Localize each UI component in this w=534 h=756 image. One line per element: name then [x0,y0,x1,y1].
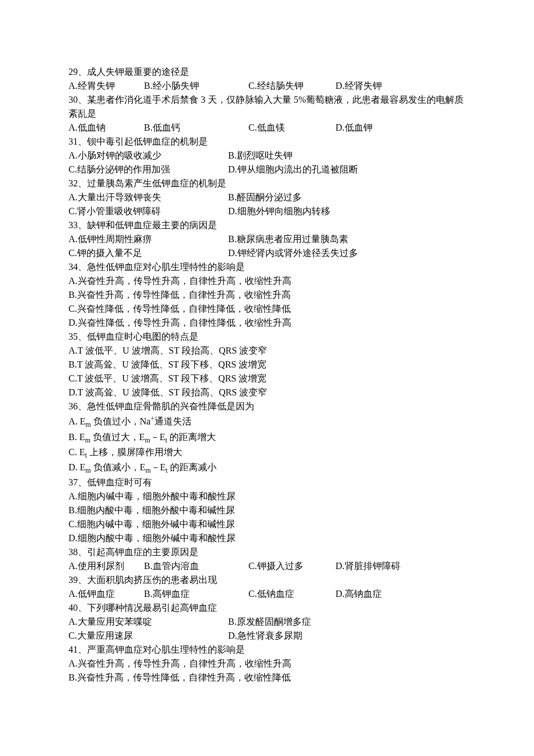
option-label: B [228,150,234,160]
question-option-row: A.大量出汗导致钾丧失B.醛固酮分泌过多 [68,190,466,204]
option: A.低钾血症 [68,587,144,601]
option-text: 钾的摄入量不足 [77,248,142,258]
question-stem: 38、引起高钾血症的主要原因是 [68,545,466,559]
option: C.钾的摄入量不足 [68,246,228,260]
option-text: T 波高耸、U 波降低、ST 段抬高、QRS 波变窄 [78,387,268,397]
option-text: 急性肾衰多尿期 [237,631,302,640]
option-label: C [68,447,75,457]
option-label: C [68,304,75,314]
question-option-row: C.肾小管重吸收钾障碍D.细胞外钾向细胞内转移 [68,204,466,218]
option-label: B [144,123,150,132]
option-label: C [248,123,255,132]
option-label: C [68,373,75,383]
question-option-row: C.结肠分泌钾的作用加强D.钾从细胞内流出的孔道被阻断 [68,163,466,177]
option-text: 兴奋性升高，传导性升高，自律性升高，收缩性升高 [78,658,291,668]
option-label: A [68,491,75,501]
option-text: 经结肠失钾 [257,81,304,91]
option-text: 钾从细胞内流出的孔道被阻断 [237,164,358,174]
option: C.钾摄入过多 [248,559,335,573]
question-option-row: A.小肠对钾的吸收减少B.剧烈呕吐失钾 [68,149,466,163]
option-label: D [228,248,235,258]
option-text: 细胞内酸中毒，细胞外碱中毒和酸性尿 [78,533,236,543]
option-text: Et 上移，膜屏障作用增大 [77,447,182,457]
option-text: T 波低平、U 波增高、ST 段抬高、QRS 波变窄 [78,345,268,355]
question-stem: 37、低钾血症时可有 [68,476,466,489]
document-page: 29、成人失钾最重要的途径是A.经胃失钾B.经小肠失钾C.经结肠失钾D.经肾失钾… [0,0,534,756]
option-label: B [144,589,150,599]
option-text: T 波低平、U 波增高、ST 段下移、QRS 波增宽 [77,373,267,383]
option-text: 钾经肾内或肾外途径丢失过多 [237,248,358,258]
option: C.低钠血症 [248,587,335,601]
option-text: 大量应用速尿 [77,631,133,640]
option: A.兴奋性升高，传导性升高，自律性升高，收缩性升高 [68,657,466,671]
option: B.醛固酮分泌过多 [228,190,344,204]
option: B.血管内溶血 [144,559,248,573]
question-text: 急性低钾血症对心肌生理特性的影响是 [87,262,245,272]
option-text: 原发醛固酮增多症 [237,617,311,627]
option: A.细胞内碱中毒，细胞外酸中毒和酸性尿 [68,489,466,503]
option-text: 大量出汗导致钾丧失 [78,192,161,202]
question-text: 钡中毒引起低钾血症的机制是 [87,136,208,146]
option-label: C [248,81,255,91]
question-option-row: A.大量应用安苯喋啶B.原发醛固酮增多症 [68,615,466,629]
option: A.低钾性周期性麻痹 [68,232,228,246]
question-text: 引起高钾血症的主要原因是 [87,547,199,557]
option-label: A [68,345,75,355]
option: D.经肾失钾 [335,79,423,93]
option-text: 血管内溶血 [153,561,199,571]
option-label: B [144,561,150,571]
option-text: 细胞内酸中毒，细胞外酸中毒和碱性尿 [77,505,235,515]
option-label: D [68,462,75,472]
option-text: 高钾血症 [153,589,190,599]
option-label: A [68,81,75,91]
option-label: A [68,234,75,244]
option-label: C [68,248,75,258]
option-text: 低血钙 [153,123,181,132]
question-stem: 40、下列哪种情况最易引起高钾血症 [68,601,466,615]
option-text: 兴奋性升高，传导性降低，自律性升高，收缩性升高 [77,290,291,300]
question-number: 32 [68,178,78,188]
option-text: Em 负值过大，Em－Et 的距离增大 [77,432,216,442]
option: A.低血钠 [68,121,144,135]
option-label: B [68,672,75,682]
option-label: D [228,164,235,174]
option-label: D [68,533,75,543]
option-label: C [248,561,255,571]
question-stem: 34、急性低钾血症对心肌生理特性的影响是 [68,260,466,274]
question-number: 38 [68,547,78,557]
question-options: A.使用利尿剂B.血管内溶血C.钾摄入过多D.肾脏排钾障碍 [68,559,466,573]
option-label: A [68,192,75,202]
option-label: D [335,561,342,571]
option-text: 兴奋性降低，传导性升高，自律性降低，收缩性升高 [78,318,291,327]
question-number: 31 [68,136,78,146]
question-text: 急性低钾血症骨骼肌的兴奋性降低是因为 [87,401,254,411]
option: B.糖尿病患者应用过量胰岛素 [228,232,348,246]
option-label: A [68,276,75,286]
option: A.大量出汗导致钾丧失 [68,190,228,204]
question-option-row: C.钾的摄入量不足D.钾经肾内或肾外途径丢失过多 [68,246,466,260]
option: D.高钠血症 [335,587,423,601]
question-text: 严重高钾血症对心肌生理特性的影响是 [87,645,245,654]
option-label: C [248,589,255,599]
option-text: 醛固酮分泌过多 [237,192,302,202]
option-text: 糖尿病患者应用过量胰岛素 [237,234,348,244]
option-text: 细胞内碱中毒，细胞外酸中毒和酸性尿 [78,491,236,501]
option-text: 经小肠失钾 [153,81,199,91]
option-text: 兴奋性升高，传导性升高，自律性升高，收缩性升高 [78,276,291,286]
option-text: 大量应用安苯喋啶 [78,617,152,627]
option-label: A [68,658,75,668]
option-label: D [68,318,75,327]
option: A.使用利尿剂 [68,559,144,573]
question-text: 下列哪种情况最易引起高钾血症 [87,603,217,613]
option-text: 经肾失钾 [345,81,382,91]
option-text: 低钾性周期性麻痹 [78,234,152,244]
option-label: B [228,617,234,627]
option: A.经胃失钾 [68,79,144,93]
option-text: 经胃失钾 [78,81,115,91]
question-number: 40 [68,603,78,613]
option: B.经小肠失钾 [144,79,248,93]
question-stem: 29、成人失钾最重要的途径是 [68,65,466,79]
option: C.经结肠失钾 [248,79,335,93]
question-number: 35 [68,332,78,341]
option: A.T 波低平、U 波增高、ST 段抬高、QRS 波变窄 [68,344,466,358]
